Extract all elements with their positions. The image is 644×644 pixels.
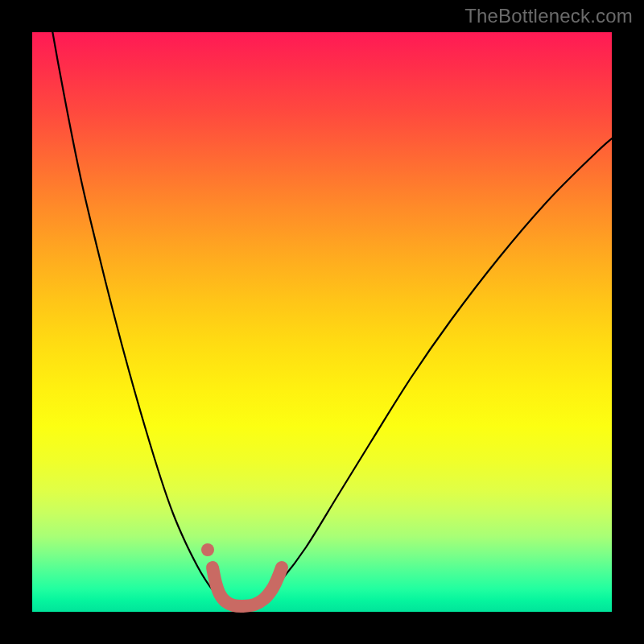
confidence-dot <box>201 543 214 556</box>
bottleneck-curve <box>32 0 612 608</box>
confidence-band <box>213 568 282 606</box>
chart-frame: TheBottleneck.com <box>0 0 644 644</box>
curve-svg <box>32 32 612 612</box>
plot-area <box>32 32 612 612</box>
watermark-text: TheBottleneck.com <box>464 5 633 27</box>
